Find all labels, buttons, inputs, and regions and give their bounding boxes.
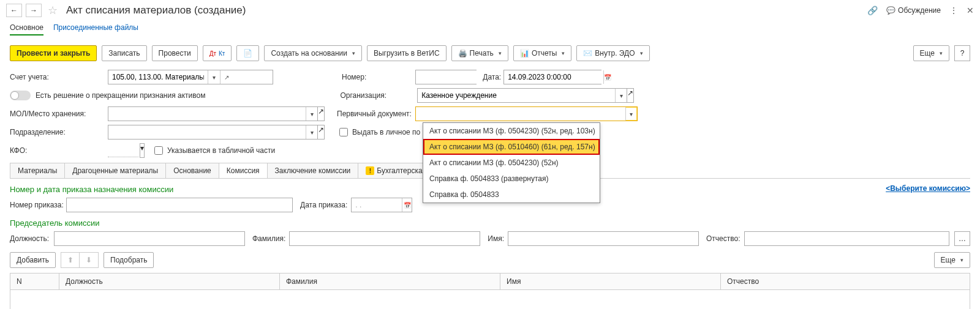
open-icon[interactable]: ↗ (220, 70, 232, 84)
dropdown-item[interactable]: Справка ф. 0504833 (423, 187, 600, 203)
more-button[interactable]: Еще (913, 45, 949, 61)
tab-conclusion[interactable]: Заключение комиссии (267, 163, 359, 178)
mol-input[interactable] (108, 107, 306, 121)
th-name: Имя (500, 274, 721, 289)
personal-label: Выдать в личное по (352, 128, 420, 136)
intable-checkbox-input[interactable] (154, 146, 163, 155)
date-label: Дата: (483, 73, 501, 81)
open-icon[interactable]: ↗ (317, 106, 325, 121)
account-label: Счет учета: (10, 73, 108, 81)
mol-field[interactable]: ▾ (108, 106, 318, 121)
doc-list-button[interactable]: 📄 (236, 45, 259, 61)
date-field[interactable]: 📅 (503, 70, 601, 84)
org-field[interactable]: ▾ (417, 88, 627, 103)
chevron-down-icon[interactable]: ▾ (140, 143, 145, 158)
print-button[interactable]: 🖨️Печать (451, 45, 508, 61)
commission-table-header: N Должность Фамилия Имя Отчество (10, 273, 970, 290)
chevron-down-icon[interactable]: ▾ (306, 107, 317, 121)
link-icon[interactable]: 🔗 (867, 6, 878, 15)
star-icon[interactable]: ☆ (48, 4, 58, 17)
personal-checkbox[interactable]: Выдать в личное по (337, 126, 420, 138)
chevron-down-icon[interactable]: ▾ (208, 70, 220, 84)
create-based-button[interactable]: Создать на основании (264, 45, 362, 61)
dropdown-item[interactable]: Справка ф. 0504833 (развернутая) (423, 171, 600, 187)
nav-back-button[interactable]: ← (6, 4, 22, 17)
account-input[interactable] (108, 70, 208, 84)
name-field[interactable] (508, 231, 699, 246)
order-no-field[interactable] (66, 198, 293, 212)
navtab-main[interactable]: Основное (10, 23, 43, 35)
move-down-button[interactable]: ⬇ (80, 253, 98, 267)
page-title: Акт списания материалов (создание) (66, 4, 246, 17)
ellipsis-button[interactable]: … (954, 231, 970, 246)
dropdown-item[interactable]: Акт о списании МЗ (ф. 0504230) (52н, ред… (423, 123, 600, 139)
dtkt-button[interactable]: ДтКт (203, 45, 232, 61)
tab-commission[interactable]: Комиссия (219, 163, 268, 178)
kebab-icon[interactable]: ⋮ (949, 6, 958, 15)
discuss-button[interactable]: 💬 Обсуждение (886, 6, 941, 15)
discuss-label: Обсуждение (898, 6, 941, 15)
export-vetis-button[interactable]: Выгрузить в ВетИС (367, 45, 447, 61)
dropdown-item-selected[interactable]: Акт о списании МЗ (ф. 0510460) (61н, ред… (423, 139, 600, 155)
intable-checkbox[interactable]: Указывается в табличной части (152, 144, 275, 157)
position-input[interactable] (55, 232, 244, 245)
primary-doc-label: Первичный документ: (337, 110, 412, 118)
mail-icon: ✉️ (583, 49, 592, 58)
table-more-button[interactable]: Еще (934, 252, 970, 268)
position-field[interactable] (54, 231, 245, 246)
kfo-field[interactable] (108, 144, 138, 157)
calendar-icon[interactable]: 📅 (603, 70, 611, 84)
order-date-label: Дата приказа: (300, 201, 347, 209)
number-field[interactable] (415, 70, 477, 84)
primary-doc-field[interactable]: ▾ (415, 106, 638, 121)
number-label: Номер: (342, 73, 366, 81)
chat-icon: 💬 (886, 6, 895, 15)
surname-label: Фамилия: (252, 234, 285, 243)
chevron-down-icon[interactable]: ▾ (625, 107, 637, 121)
reports-button[interactable]: 📊Отчеты (513, 45, 571, 61)
name-input[interactable] (508, 232, 698, 245)
primary-doc-input[interactable] (416, 107, 625, 121)
select-commission-link[interactable]: <Выберите комиссию> (886, 184, 970, 193)
order-no-input[interactable] (67, 198, 292, 212)
personal-checkbox-input[interactable] (339, 128, 348, 136)
position-label: Должность: (10, 234, 54, 243)
patronymic-input[interactable] (745, 232, 949, 245)
warning-icon: ! (366, 166, 374, 175)
help-button[interactable]: ? (954, 45, 970, 61)
subdiv-field[interactable]: ▾ (108, 125, 318, 140)
decision-toggle[interactable] (10, 91, 31, 100)
add-button[interactable]: Добавить (10, 252, 56, 268)
open-icon[interactable]: ↗ (627, 88, 634, 103)
name-label: Имя: (488, 234, 504, 243)
tab-precious[interactable]: Драгоценные материалы (64, 163, 166, 178)
chevron-down-icon[interactable]: ▾ (615, 89, 627, 102)
chevron-down-icon[interactable]: ▾ (306, 125, 317, 139)
move-up-button[interactable]: ⬆ (61, 253, 80, 267)
order-date-field[interactable]: 📅 (351, 198, 412, 212)
account-field[interactable]: ▾ ↗ (108, 70, 273, 84)
post-close-button[interactable]: Провести и закрыть (10, 45, 97, 61)
select-button[interactable]: Подобрать (104, 252, 154, 268)
document-icon: 📄 (243, 49, 252, 58)
open-icon[interactable]: ↗ (317, 125, 325, 140)
order-date-input[interactable] (352, 198, 402, 212)
surname-input[interactable] (290, 232, 480, 245)
org-input[interactable] (418, 89, 615, 102)
nav-forward-button[interactable]: → (26, 4, 42, 17)
patronymic-field[interactable] (744, 231, 949, 246)
calendar-icon[interactable]: 📅 (402, 198, 412, 212)
navtab-files[interactable]: Присоединенные файлы (53, 23, 138, 35)
edo-button[interactable]: ✉️Внутр. ЭДО (576, 45, 649, 61)
tab-materials[interactable]: Материалы (10, 163, 65, 178)
surname-field[interactable] (289, 231, 480, 246)
mol-label: МОЛ/Место хранения: (10, 110, 108, 118)
dropdown-item[interactable]: Акт о списании МЗ (ф. 0504230) (52н) (423, 155, 600, 171)
close-icon[interactable]: ✕ (967, 6, 974, 15)
tab-basis[interactable]: Основание (165, 163, 219, 178)
save-button[interactable]: Записать (102, 45, 146, 61)
post-button[interactable]: Провести (152, 45, 198, 61)
subdiv-input[interactable] (108, 125, 306, 139)
date-input[interactable] (504, 70, 603, 84)
subdiv-label: Подразделение: (10, 128, 108, 136)
